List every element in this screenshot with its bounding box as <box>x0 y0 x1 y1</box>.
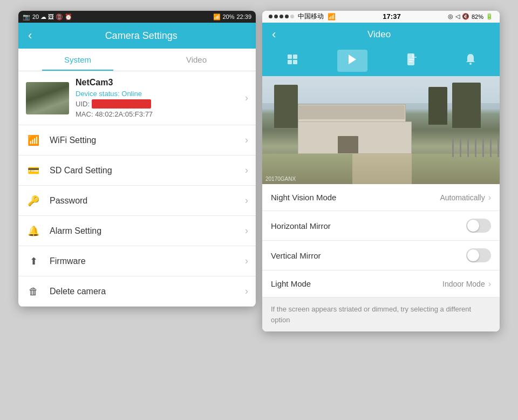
device-thumbnail <box>26 82 69 114</box>
light-mode-chevron: › <box>488 279 491 289</box>
svg-rect-3 <box>293 60 297 64</box>
h-mirror-toggle[interactable] <box>466 219 491 233</box>
video-preview: 20170GANX <box>262 76 500 184</box>
tab-video[interactable]: Video <box>137 49 256 71</box>
delete-chevron: › <box>245 286 248 297</box>
firmware-chevron: › <box>245 255 248 267</box>
location-icon-2: ◁ <box>455 13 460 20</box>
tree-3 <box>452 83 481 128</box>
alarm-icon <box>26 225 41 237</box>
device-card[interactable]: NetCam3 Device status: Online UID: HIDDE… <box>18 71 256 125</box>
location-icon: ◎ <box>448 13 453 20</box>
light-mode-value: Indoor Mode <box>442 280 485 288</box>
menu-item-wifi[interactable]: WiFi Setting › <box>18 125 256 155</box>
tree-1 <box>274 85 298 128</box>
settings-item-night-vision[interactable]: Night Vision Mode Automatically › <box>262 184 500 211</box>
menu-label-wifi: WiFi Setting <box>50 136 236 145</box>
device-info: NetCam3 Device status: Online UID: HIDDE… <box>76 78 238 118</box>
status-icons: 20 ☁ 🖼 📵 ⏰ <box>32 13 72 21</box>
ios-battery: ◎ ◁ 🔇 82% 🔋 <box>448 13 493 20</box>
ios-status-bar: 中国移动 📶 17:37 ◎ ◁ 🔇 82% 🔋 <box>262 11 500 23</box>
alarm-chevron: › <box>245 225 248 236</box>
svg-rect-1 <box>293 55 297 59</box>
night-vision-chevron: › <box>488 193 491 202</box>
door <box>338 136 358 153</box>
camera-icon: 📷 <box>23 13 30 21</box>
night-vision-value: Automatically <box>440 193 485 202</box>
tab-play[interactable] <box>337 50 367 72</box>
hint-text: If the screen appears striated or dimmed… <box>271 305 471 324</box>
menu-item-sdcard[interactable]: SD Card Setting › <box>18 155 256 186</box>
path <box>352 154 412 184</box>
menu-item-delete[interactable]: Delete camera › <box>18 276 256 307</box>
settings-item-light-mode[interactable]: Light Mode Indoor Mode › <box>262 270 500 297</box>
ios-signal: 中国移动 📶 <box>269 12 336 21</box>
fence <box>452 138 500 157</box>
key-icon <box>26 194 41 207</box>
wifi-icon <box>26 134 41 146</box>
signal-icons: 📶 20% <box>213 13 234 21</box>
android-phone: 📷 20 ☁ 🖼 📵 ⏰ 📶 20% 22:39 ‹ Camera Settin… <box>18 11 256 307</box>
svg-rect-2 <box>288 60 292 64</box>
device-name: NetCam3 <box>76 78 238 87</box>
device-mac: MAC: 48:02:2A:05:F3:77 <box>76 110 238 118</box>
signal-dot-4 <box>285 15 289 18</box>
video-scene <box>262 76 500 184</box>
android-status-bar: 📷 20 ☁ 🖼 📵 ⏰ 📶 20% 22:39 <box>18 11 256 23</box>
menu-item-alarm[interactable]: Alarm Setting › <box>18 216 256 246</box>
light-mode-label: Light Mode <box>271 279 442 288</box>
building <box>298 121 412 154</box>
tab-file[interactable] <box>397 50 426 72</box>
trash-icon <box>26 285 41 297</box>
android-header: ‹ Camera Settings <box>18 23 256 49</box>
ios-header: ‹ Video <box>262 23 500 46</box>
svg-point-8 <box>469 63 472 65</box>
time-display: 22:39 <box>236 13 251 20</box>
tab-system[interactable]: System <box>18 49 137 71</box>
back-button[interactable]: ‹ <box>26 26 34 45</box>
wifi-status-icon: 📶 <box>328 13 336 21</box>
firmware-icon <box>26 255 41 267</box>
status-bar-left: 📷 20 ☁ 🖼 📵 ⏰ <box>23 13 72 21</box>
menu-label-delete: Delete camera <box>50 287 236 296</box>
svg-marker-4 <box>349 55 356 64</box>
h-mirror-label: Horizontal Mirror <box>271 221 466 231</box>
v-mirror-toggle[interactable] <box>466 248 491 262</box>
ios-phone: 中国移动 📶 17:37 ◎ ◁ 🔇 82% 🔋 ‹ Video <box>262 11 500 331</box>
sdcard-icon <box>26 164 41 177</box>
camera-settings-tabs: System Video <box>18 49 256 71</box>
settings-list: Night Vision Mode Automatically › Horizo… <box>262 184 500 297</box>
menu-label-sdcard: SD Card Setting <box>50 166 236 175</box>
ios-icon-tabs <box>262 46 500 76</box>
status-bar-right: 📶 20% 22:39 <box>213 13 251 21</box>
signal-dot-5 <box>290 15 294 18</box>
tree-2 <box>428 87 447 125</box>
wifi-chevron: › <box>245 134 248 146</box>
device-image <box>26 82 69 114</box>
device-status: Device status: Online <box>76 90 238 98</box>
carrier-name: 中国移动 <box>298 12 324 21</box>
signal-dot-1 <box>269 15 272 18</box>
sdcard-chevron: › <box>245 165 248 176</box>
menu-item-firmware[interactable]: Firmware › <box>18 246 256 276</box>
menu-item-password[interactable]: Password › <box>18 186 256 216</box>
menu-label-password: Password <box>50 196 236 206</box>
settings-item-v-mirror[interactable]: Vertical Mirror <box>262 241 500 270</box>
night-vision-label: Night Vision Mode <box>271 193 440 202</box>
ios-back-button[interactable]: ‹ <box>270 25 278 44</box>
device-uid: UID: HIDDEN <box>76 99 238 109</box>
settings-item-h-mirror[interactable]: Horizontal Mirror <box>262 211 500 241</box>
tab-grid[interactable] <box>277 50 308 72</box>
header-title: Camera Settings <box>34 30 248 42</box>
uid-value: HIDDEN <box>92 99 151 109</box>
signal-dot-3 <box>280 15 283 18</box>
tab-bell[interactable] <box>456 50 485 72</box>
menu-label-alarm: Alarm Setting <box>50 226 236 236</box>
menu-list: WiFi Setting › SD Card Setting › Passwor… <box>18 125 256 307</box>
svg-rect-0 <box>288 55 292 59</box>
battery-pct: 82% <box>472 13 483 20</box>
video-timestamp: 20170GANX <box>265 176 296 182</box>
ios-header-title: Video <box>278 29 480 40</box>
battery-icon: 🔋 <box>486 13 493 20</box>
v-mirror-label: Vertical Mirror <box>271 251 466 260</box>
